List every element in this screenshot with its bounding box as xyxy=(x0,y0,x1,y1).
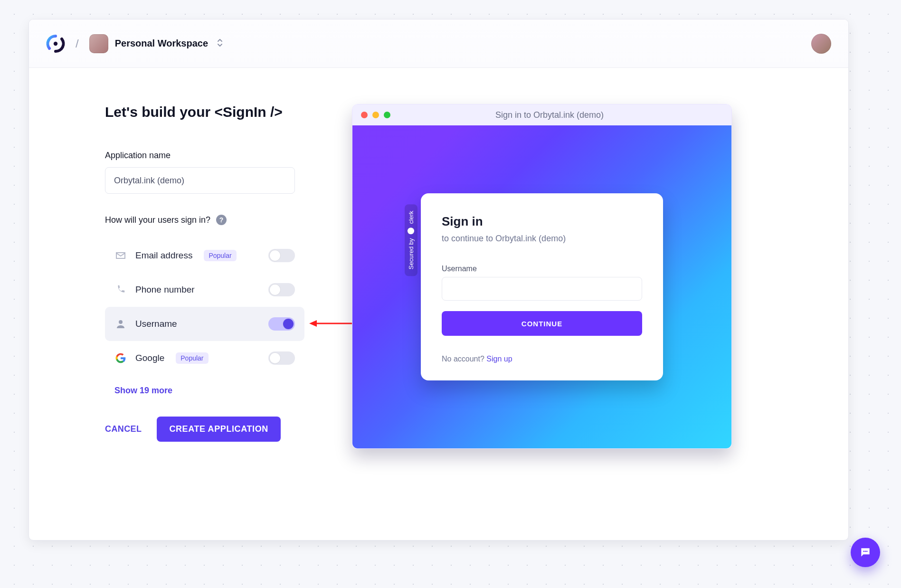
option-phone-toggle[interactable] xyxy=(268,283,295,296)
option-email-label: Email address xyxy=(135,250,192,261)
svg-point-4 xyxy=(863,550,864,552)
help-icon[interactable]: ? xyxy=(216,215,227,225)
window-close-icon xyxy=(361,112,368,118)
email-icon xyxy=(114,249,127,262)
user-icon xyxy=(114,318,127,330)
cancel-button[interactable]: CANCEL xyxy=(105,424,142,434)
option-phone: Phone number xyxy=(105,273,304,307)
google-icon xyxy=(114,352,127,364)
secured-by-badge: Secured by clerk xyxy=(405,204,417,276)
option-email: Email address Popular xyxy=(105,238,304,273)
svg-point-0 xyxy=(54,41,57,45)
signin-subtitle: to continue to Orbytal.ink (demo) xyxy=(442,234,642,244)
content-area: Let's build your <SignIn /> Application … xyxy=(29,68,848,540)
signin-username-input[interactable] xyxy=(442,277,642,301)
signin-question-text: How will your users sign in? xyxy=(105,215,210,225)
breadcrumb-separator: / xyxy=(76,37,79,50)
user-avatar[interactable] xyxy=(811,34,831,54)
signin-sub-prefix: to continue to xyxy=(442,234,495,243)
secured-by-text: Secured by xyxy=(408,238,415,269)
option-username: Username xyxy=(105,307,304,341)
preview-titlebar: Sign in to Orbytal.ink (demo) xyxy=(352,104,731,125)
preview-window: Sign in to Orbytal.ink (demo) Secured by… xyxy=(352,104,732,449)
show-more-link[interactable]: Show 19 more xyxy=(114,386,172,396)
svg-point-1 xyxy=(119,320,123,324)
option-email-toggle[interactable] xyxy=(268,249,295,262)
signin-footer: No account? Sign up xyxy=(442,355,642,363)
option-username-label: Username xyxy=(135,319,177,329)
signin-heading: Sign in xyxy=(442,214,642,229)
workspace-label: Personal Workspace xyxy=(115,38,208,49)
popular-badge: Popular xyxy=(204,250,236,261)
clerk-logo-icon[interactable] xyxy=(46,34,65,53)
signin-sub-app: Orbytal.ink (demo) xyxy=(495,234,566,243)
option-google-label: Google xyxy=(135,353,164,363)
option-google: Google Popular xyxy=(105,341,304,375)
popular-badge: Popular xyxy=(176,352,208,364)
workspace-avatar xyxy=(89,34,108,53)
page-title-tag: <SignIn /> xyxy=(214,104,282,120)
signin-question: How will your users sign in? ? xyxy=(105,215,304,225)
chat-icon xyxy=(859,546,872,559)
preview-body: Secured by clerk Sign in to continue to … xyxy=(352,125,731,448)
option-username-toggle[interactable] xyxy=(268,317,295,331)
phone-icon xyxy=(114,284,127,296)
workspace-switcher[interactable]: Personal Workspace xyxy=(89,34,223,53)
top-bar: / Personal Workspace xyxy=(29,19,848,68)
clerk-mark-icon xyxy=(408,228,415,234)
signup-link[interactable]: Sign up xyxy=(486,355,512,363)
annotation-arrow-icon xyxy=(309,316,352,331)
no-account-text: No account? xyxy=(442,355,486,363)
svg-point-6 xyxy=(866,550,868,552)
svg-point-5 xyxy=(865,550,866,552)
secured-brand-text: clerk xyxy=(408,211,415,224)
signin-continue-button[interactable]: CONTINUE xyxy=(442,311,642,336)
option-phone-label: Phone number xyxy=(135,285,195,295)
build-form: Let's build your <SignIn /> Application … xyxy=(105,104,304,540)
chat-fab[interactable] xyxy=(851,538,880,567)
preview-pane: Sign in to Orbytal.ink (demo) Secured by… xyxy=(352,104,732,540)
app-name-input[interactable] xyxy=(105,167,295,194)
option-google-toggle[interactable] xyxy=(268,351,295,365)
app-name-label: Application name xyxy=(105,151,304,161)
preview-window-title: Sign in to Orbytal.ink (demo) xyxy=(376,110,723,120)
signin-card: Sign in to continue to Orbytal.ink (demo… xyxy=(421,193,663,380)
page-title: Let's build your <SignIn /> xyxy=(105,104,304,120)
svg-marker-3 xyxy=(309,320,317,327)
chevron-updown-icon xyxy=(217,38,223,49)
page-title-prefix: Let's build your xyxy=(105,104,214,120)
signin-field-label: Username xyxy=(442,265,642,273)
app-frame: / Personal Workspace Let's build your <S… xyxy=(28,19,849,541)
create-application-button[interactable]: CREATE APPLICATION xyxy=(157,417,280,442)
